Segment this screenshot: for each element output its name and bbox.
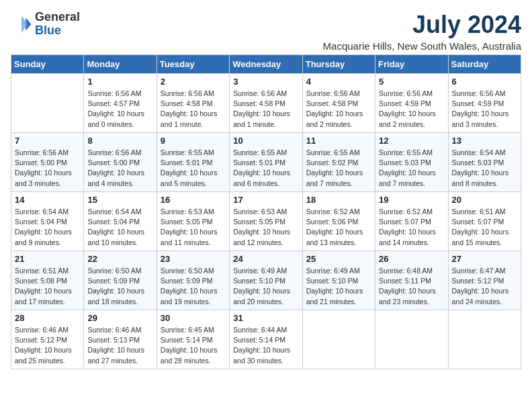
calendar-cell: 21Sunrise: 6:51 AMSunset: 5:08 PMDayligh… — [11, 251, 84, 310]
column-header-friday: Friday — [375, 55, 448, 74]
calendar-cell: 17Sunrise: 6:53 AMSunset: 5:05 PMDayligh… — [230, 192, 302, 251]
calendar-cell: 11Sunrise: 6:55 AMSunset: 5:02 PMDayligh… — [302, 133, 375, 192]
day-number: 25 — [306, 254, 371, 264]
day-number: 17 — [233, 195, 298, 205]
day-info: Sunrise: 6:44 AMSunset: 5:14 PMDaylight:… — [233, 325, 298, 366]
day-info: Sunrise: 6:51 AMSunset: 5:07 PMDaylight:… — [452, 207, 517, 248]
calendar-table: SundayMondayTuesdayWednesdayThursdayFrid… — [11, 54, 521, 369]
day-number: 19 — [379, 195, 444, 205]
day-number: 27 — [452, 254, 517, 264]
day-info: Sunrise: 6:56 AMSunset: 4:57 PMDaylight:… — [87, 89, 152, 130]
day-number: 8 — [87, 136, 152, 146]
calendar-week-3: 14Sunrise: 6:54 AMSunset: 5:04 PMDayligh… — [11, 192, 521, 251]
calendar-header-row: SundayMondayTuesdayWednesdayThursdayFrid… — [11, 55, 521, 74]
day-number: 31 — [233, 313, 298, 323]
day-number: 10 — [233, 136, 298, 146]
month-title: July 2024 — [323, 11, 521, 39]
calendar-cell: 25Sunrise: 6:49 AMSunset: 5:10 PMDayligh… — [302, 251, 375, 310]
day-number: 4 — [306, 77, 371, 87]
day-info: Sunrise: 6:53 AMSunset: 5:05 PMDaylight:… — [233, 207, 298, 248]
calendar-cell — [448, 310, 521, 369]
day-number: 23 — [161, 254, 226, 264]
day-info: Sunrise: 6:54 AMSunset: 5:03 PMDaylight:… — [452, 148, 517, 189]
calendar-week-4: 21Sunrise: 6:51 AMSunset: 5:08 PMDayligh… — [11, 251, 521, 310]
logo-general: General — [35, 10, 80, 24]
calendar-cell: 13Sunrise: 6:54 AMSunset: 5:03 PMDayligh… — [448, 133, 521, 192]
day-info: Sunrise: 6:51 AMSunset: 5:08 PMDaylight:… — [15, 266, 80, 307]
calendar-cell: 29Sunrise: 6:46 AMSunset: 5:13 PMDayligh… — [84, 310, 157, 369]
day-info: Sunrise: 6:48 AMSunset: 5:11 PMDaylight:… — [379, 266, 444, 307]
column-header-wednesday: Wednesday — [230, 55, 302, 74]
calendar-cell: 27Sunrise: 6:47 AMSunset: 5:12 PMDayligh… — [448, 251, 521, 310]
day-info: Sunrise: 6:55 AMSunset: 5:03 PMDaylight:… — [379, 148, 444, 189]
calendar-cell: 18Sunrise: 6:52 AMSunset: 5:06 PMDayligh… — [302, 192, 375, 251]
calendar-cell: 7Sunrise: 6:56 AMSunset: 5:00 PMDaylight… — [11, 133, 84, 192]
day-info: Sunrise: 6:49 AMSunset: 5:10 PMDaylight:… — [306, 266, 371, 307]
day-info: Sunrise: 6:50 AMSunset: 5:09 PMDaylight:… — [161, 266, 226, 307]
day-info: Sunrise: 6:55 AMSunset: 5:01 PMDaylight:… — [161, 148, 226, 189]
day-info: Sunrise: 6:54 AMSunset: 5:04 PMDaylight:… — [15, 207, 80, 248]
logo-blue: Blue — [35, 24, 61, 37]
day-number: 26 — [379, 254, 444, 264]
title-block: July 2024 Macquarie Hills, New South Wal… — [323, 11, 521, 52]
day-number: 2 — [161, 77, 226, 87]
day-info: Sunrise: 6:56 AMSunset: 4:58 PMDaylight:… — [161, 89, 226, 130]
day-info: Sunrise: 6:55 AMSunset: 5:01 PMDaylight:… — [233, 148, 298, 189]
day-info: Sunrise: 6:56 AMSunset: 4:59 PMDaylight:… — [452, 89, 517, 130]
day-number: 29 — [87, 313, 152, 323]
calendar-cell: 8Sunrise: 6:56 AMSunset: 5:00 PMDaylight… — [84, 133, 157, 192]
day-number: 15 — [87, 195, 152, 205]
logo: General Blue — [11, 11, 80, 38]
day-info: Sunrise: 6:55 AMSunset: 5:02 PMDaylight:… — [306, 148, 371, 189]
calendar-cell: 6Sunrise: 6:56 AMSunset: 4:59 PMDaylight… — [448, 74, 521, 133]
calendar-cell — [375, 310, 448, 369]
column-header-saturday: Saturday — [448, 55, 521, 74]
day-info: Sunrise: 6:53 AMSunset: 5:05 PMDaylight:… — [161, 207, 226, 248]
day-info: Sunrise: 6:56 AMSunset: 5:00 PMDaylight:… — [87, 148, 152, 189]
day-number: 13 — [452, 136, 517, 146]
day-info: Sunrise: 6:54 AMSunset: 5:04 PMDaylight:… — [87, 207, 152, 248]
day-info: Sunrise: 6:45 AMSunset: 5:14 PMDaylight:… — [161, 325, 226, 366]
logo-icon — [11, 13, 32, 35]
calendar-week-2: 7Sunrise: 6:56 AMSunset: 5:00 PMDaylight… — [11, 133, 521, 192]
day-number: 3 — [233, 77, 298, 87]
column-header-tuesday: Tuesday — [157, 55, 229, 74]
calendar-cell: 3Sunrise: 6:56 AMSunset: 4:58 PMDaylight… — [230, 74, 302, 133]
calendar-cell: 15Sunrise: 6:54 AMSunset: 5:04 PMDayligh… — [84, 192, 157, 251]
day-info: Sunrise: 6:46 AMSunset: 5:12 PMDaylight:… — [15, 325, 80, 366]
day-info: Sunrise: 6:56 AMSunset: 4:59 PMDaylight:… — [379, 89, 444, 130]
day-number: 30 — [161, 313, 226, 323]
calendar-cell — [302, 310, 375, 369]
calendar-cell: 4Sunrise: 6:56 AMSunset: 4:58 PMDaylight… — [302, 74, 375, 133]
calendar-cell: 30Sunrise: 6:45 AMSunset: 5:14 PMDayligh… — [157, 310, 229, 369]
day-info: Sunrise: 6:56 AMSunset: 4:58 PMDaylight:… — [233, 89, 298, 130]
calendar-cell: 26Sunrise: 6:48 AMSunset: 5:11 PMDayligh… — [375, 251, 448, 310]
location: Macquarie Hills, New South Wales, Austra… — [323, 40, 521, 52]
day-number: 22 — [87, 254, 152, 264]
calendar-cell: 20Sunrise: 6:51 AMSunset: 5:07 PMDayligh… — [448, 192, 521, 251]
calendar-cell: 28Sunrise: 6:46 AMSunset: 5:12 PMDayligh… — [11, 310, 84, 369]
day-info: Sunrise: 6:56 AMSunset: 5:00 PMDaylight:… — [15, 148, 80, 189]
day-info: Sunrise: 6:52 AMSunset: 5:06 PMDaylight:… — [306, 207, 371, 248]
day-number: 7 — [15, 136, 80, 146]
day-number: 1 — [87, 77, 152, 87]
day-info: Sunrise: 6:47 AMSunset: 5:12 PMDaylight:… — [452, 266, 517, 307]
calendar-week-1: 1Sunrise: 6:56 AMSunset: 4:57 PMDaylight… — [11, 74, 521, 133]
calendar-body: 1Sunrise: 6:56 AMSunset: 4:57 PMDaylight… — [11, 74, 521, 369]
day-info: Sunrise: 6:50 AMSunset: 5:09 PMDaylight:… — [87, 266, 152, 307]
calendar-cell: 23Sunrise: 6:50 AMSunset: 5:09 PMDayligh… — [157, 251, 229, 310]
calendar-cell: 2Sunrise: 6:56 AMSunset: 4:58 PMDaylight… — [157, 74, 229, 133]
day-number: 12 — [379, 136, 444, 146]
calendar-cell: 5Sunrise: 6:56 AMSunset: 4:59 PMDaylight… — [375, 74, 448, 133]
day-number: 24 — [233, 254, 298, 264]
day-number: 14 — [15, 195, 80, 205]
calendar-cell: 16Sunrise: 6:53 AMSunset: 5:05 PMDayligh… — [157, 192, 229, 251]
calendar-cell: 24Sunrise: 6:49 AMSunset: 5:10 PMDayligh… — [230, 251, 302, 310]
day-number: 11 — [306, 136, 371, 146]
calendar-cell: 1Sunrise: 6:56 AMSunset: 4:57 PMDaylight… — [84, 74, 157, 133]
day-info: Sunrise: 6:52 AMSunset: 5:07 PMDaylight:… — [379, 207, 444, 248]
calendar-week-5: 28Sunrise: 6:46 AMSunset: 5:12 PMDayligh… — [11, 310, 521, 369]
day-info: Sunrise: 6:49 AMSunset: 5:10 PMDaylight:… — [233, 266, 298, 307]
svg-marker-1 — [21, 15, 28, 33]
day-number: 18 — [306, 195, 371, 205]
